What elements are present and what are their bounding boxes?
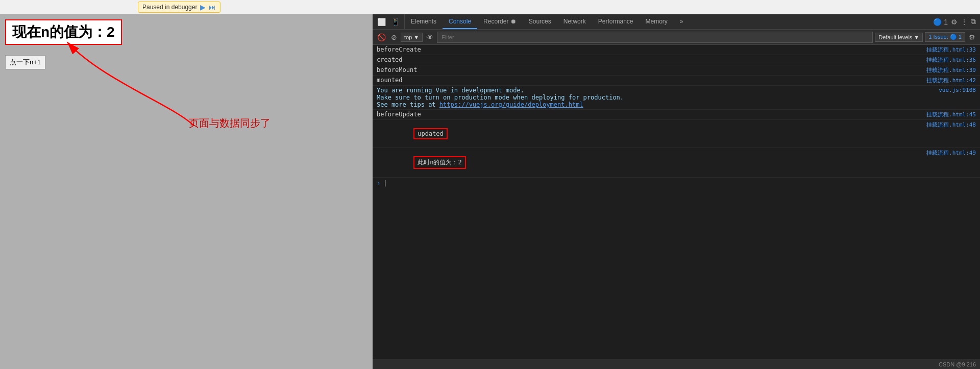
settings-icon[interactable]: ⚙ bbox=[951, 18, 958, 26]
more-options-icon[interactable]: ⋮ bbox=[961, 18, 968, 26]
resume-button[interactable]: ▶ bbox=[200, 3, 206, 11]
top-bar: Paused in debugger ▶ ⏭ bbox=[0, 0, 980, 14]
prompt-chevron: › bbox=[377, 180, 380, 187]
devtools-footer: CSDN @9 216 bbox=[373, 359, 980, 369]
vue-link[interactable]: https://vuejs.org/guide/deployment.html bbox=[439, 101, 583, 108]
tab-performance[interactable]: Performance bbox=[592, 14, 640, 29]
console-output: beforeCreate 挂载流程.html:33 created 挂载流程.h… bbox=[373, 45, 980, 359]
increment-button[interactable]: 点一下n+1 bbox=[5, 55, 45, 69]
tab-console[interactable]: Console bbox=[443, 14, 477, 29]
console-settings-icon[interactable]: ⚙ bbox=[967, 33, 977, 41]
issues-badge[interactable]: 1 Issue: 🔵 1 bbox=[925, 32, 965, 42]
devtools-panel: ⬜ 📱 Elements Console Recorder ⏺ Sources … bbox=[373, 14, 980, 369]
tab-more[interactable]: » bbox=[674, 14, 690, 29]
filter-input[interactable] bbox=[437, 32, 873, 43]
n-value-box-console: 此时n的值为：2 bbox=[413, 156, 465, 169]
console-line-beforemount: beforeMount 挂载流程.html:39 bbox=[373, 65, 980, 76]
prompt-cursor: | bbox=[383, 180, 387, 187]
tab-sources[interactable]: Sources bbox=[523, 14, 557, 29]
console-line-mounted: mounted 挂载流程.html:42 bbox=[373, 76, 980, 86]
top-context-selector[interactable]: top ▼ bbox=[401, 33, 423, 42]
console-line-beforecreate: beforeCreate 挂载流程.html:33 bbox=[373, 45, 980, 55]
device-icon[interactable]: 📱 bbox=[389, 18, 401, 26]
tab-memory[interactable]: Memory bbox=[640, 14, 674, 29]
tab-network[interactable]: Network bbox=[557, 14, 592, 29]
arrow-annotation bbox=[0, 14, 373, 369]
console-prompt[interactable]: › | bbox=[373, 178, 980, 189]
devtools-tab-icons: ⬜ 📱 bbox=[373, 14, 405, 29]
console-line-created: created 挂载流程.html:36 bbox=[373, 55, 980, 65]
chevron-down-icon: ▼ bbox=[914, 34, 919, 40]
chevron-down-icon: ▼ bbox=[413, 34, 419, 40]
tab-elements[interactable]: Elements bbox=[405, 14, 443, 29]
webpage-panel: 现在n的值为：2 点一下n+1 页面与数据同步了 bbox=[0, 14, 373, 369]
paused-badge: Paused in debugger ▶ ⏭ bbox=[138, 2, 220, 13]
paused-label: Paused in debugger bbox=[142, 4, 197, 11]
console-line-beforeupdate: beforeUpdate 挂载流程.html:45 bbox=[373, 110, 980, 120]
undock-icon[interactable]: ⧉ bbox=[971, 17, 976, 26]
step-over-button[interactable]: ⏭ bbox=[209, 3, 216, 11]
n-value-display: 现在n的值为：2 bbox=[5, 19, 122, 45]
console-line-n-value: 此时n的值为：2 挂载流程.html:49 bbox=[373, 148, 980, 178]
devtools-tabs-right: 🔵 1 ⚙ ⋮ ⧉ bbox=[929, 14, 980, 29]
inspect-icon[interactable]: ⬜ bbox=[376, 18, 387, 26]
credits-text: CSDN @9 216 bbox=[939, 361, 976, 367]
annotation-text: 页面与数据同步了 bbox=[189, 116, 271, 130]
console-toolbar: 🚫 ⊘ top ▼ 👁 Default levels ▼ 1 Issue: 🔵 … bbox=[373, 30, 980, 45]
devtools-tabs: ⬜ 📱 Elements Console Recorder ⏺ Sources … bbox=[373, 14, 980, 30]
notification-icon[interactable]: 🔵 1 bbox=[933, 18, 948, 26]
eye-icon[interactable]: 👁 bbox=[425, 33, 435, 41]
console-line-updated: updated 挂载流程.html:48 bbox=[373, 120, 980, 148]
filter-icon[interactable]: ⊘ bbox=[389, 33, 399, 41]
updated-box: updated bbox=[413, 128, 448, 139]
console-line-vue-warn: You are running Vue in development mode.… bbox=[373, 86, 980, 110]
tab-recorder[interactable]: Recorder ⏺ bbox=[477, 14, 523, 29]
clear-console-icon[interactable]: 🚫 bbox=[376, 33, 387, 41]
main-area: 现在n的值为：2 点一下n+1 页面与数据同步了 ⬜ 📱 Elements bbox=[0, 14, 980, 369]
default-levels-selector[interactable]: Default levels ▼ bbox=[875, 33, 923, 42]
